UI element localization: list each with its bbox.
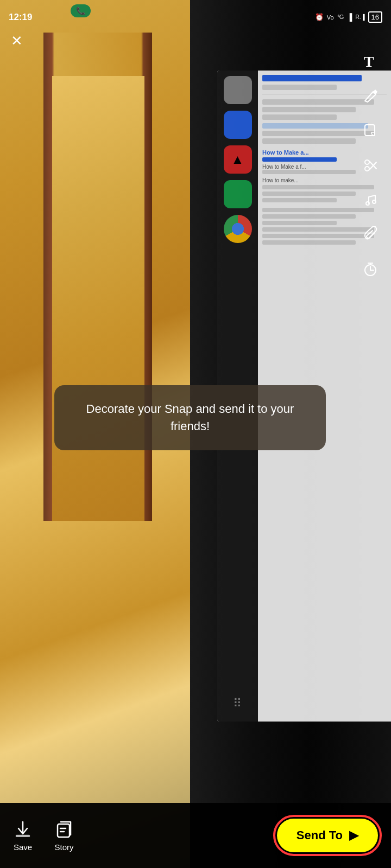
svg-point-7 — [373, 200, 376, 203]
app-icon-1 — [224, 76, 252, 104]
svg-point-6 — [366, 202, 369, 205]
battery-icon: 16 — [368, 11, 382, 23]
story-icon — [54, 820, 74, 839]
close-button[interactable]: ✕ — [11, 33, 23, 49]
save-button[interactable]: Save — [13, 820, 33, 852]
pen-tool-button[interactable] — [358, 84, 382, 107]
paperclip-tool-button[interactable] — [358, 222, 382, 246]
app-icon-3: ▲ — [224, 145, 252, 174]
scissors-icon — [362, 157, 379, 173]
paperclip-icon — [362, 226, 379, 242]
text-icon: T — [362, 53, 379, 69]
active-call-badge: 📞 — [71, 4, 91, 17]
music-icon — [362, 192, 379, 208]
timer-icon — [362, 261, 379, 277]
svg-point-3 — [365, 167, 369, 171]
send-arrow-icon: ▶ — [349, 828, 358, 843]
sticker-tool-button[interactable] — [358, 118, 382, 142]
tooltip-bubble: Decorate your Snap and send it to your f… — [54, 385, 326, 450]
music-tool-button[interactable] — [358, 188, 382, 212]
status-time: 12:19 — [9, 12, 32, 23]
sticker-icon — [362, 122, 379, 138]
svg-line-5 — [369, 162, 376, 170]
r-signal: R.▐ — [355, 14, 364, 20]
story-label: Story — [54, 843, 73, 852]
send-to-label: Send To — [297, 828, 343, 843]
svg-rect-1 — [365, 125, 375, 136]
door-inner — [52, 76, 144, 521]
story-button[interactable]: Story — [54, 820, 74, 852]
vo-icon: Vo — [327, 14, 334, 21]
svg-rect-14 — [58, 824, 70, 837]
app-icon-4 — [224, 180, 252, 208]
scissors-tool-button[interactable] — [358, 153, 382, 177]
svg-text:T: T — [364, 53, 374, 69]
4g-icon: ⁴G — [337, 14, 344, 21]
phone-icon: 📞 — [76, 7, 85, 15]
edit-toolbar: T — [358, 49, 382, 281]
bottom-bar: Save Story Send To ▶ — [0, 803, 391, 868]
pen-icon — [362, 87, 379, 104]
timer-tool-button[interactable] — [358, 257, 382, 281]
app-icon-2 — [224, 111, 252, 139]
signal-bars: ▐ — [347, 13, 352, 21]
svg-line-4 — [369, 161, 376, 169]
svg-point-2 — [365, 160, 369, 164]
save-icon — [13, 820, 33, 839]
app-icon-chrome — [224, 215, 252, 243]
svg-rect-13 — [16, 834, 29, 837]
alarm-icon: ⏰ — [315, 13, 324, 21]
text-tool-button[interactable]: T — [358, 49, 382, 73]
tooltip-text: Decorate your Snap and send it to your f… — [86, 402, 294, 433]
send-to-button[interactable]: Send To ▶ — [277, 819, 378, 852]
status-icons: ⏰ Vo ⁴G ▐ R.▐ 16 — [315, 11, 382, 23]
status-bar: 12:19 ⏰ Vo ⁴G ▐ R.▐ 16 — [0, 0, 391, 30]
save-label: Save — [14, 843, 32, 852]
